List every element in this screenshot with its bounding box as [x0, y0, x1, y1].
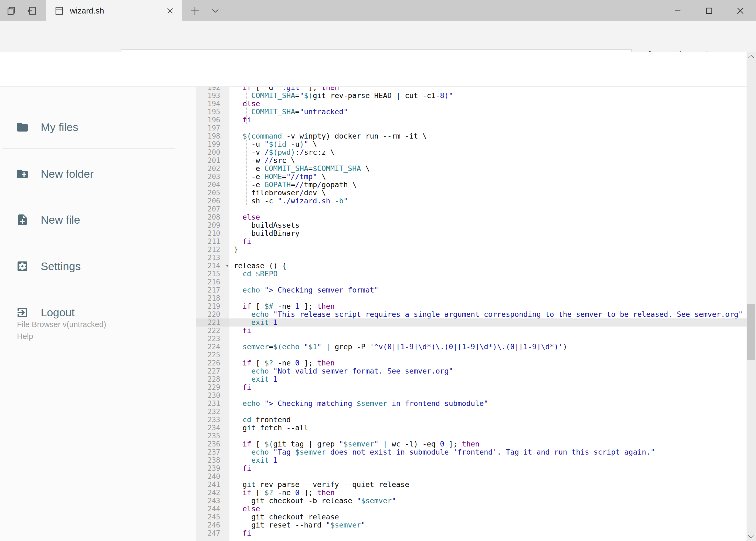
line-number: 238 — [196, 456, 229, 464]
line-number: 205 — [196, 189, 229, 197]
line-number: 234 — [196, 424, 229, 432]
scrollbar-thumb[interactable] — [747, 304, 755, 360]
line-number: 203 — [196, 173, 229, 181]
code-line[interactable]: echo "This release script requires a sin… — [229, 310, 747, 318]
line-number: 195 — [196, 108, 229, 116]
code-line[interactable] — [229, 294, 747, 302]
code-line[interactable]: exit 1 — [229, 318, 747, 326]
new-tab-icon[interactable] — [189, 5, 200, 16]
code-line[interactable]: if [ -d ".git" ]; then — [229, 87, 747, 92]
code-line[interactable]: buildBinary — [229, 229, 747, 238]
code-line[interactable]: filebrowser/dev \ — [229, 189, 747, 197]
line-number: 206 — [196, 197, 229, 205]
code-line[interactable]: -u "$(id -u)" \ — [229, 140, 747, 148]
code-line[interactable]: echo "> Checking semver format" — [229, 286, 747, 294]
code-line[interactable]: else — [229, 505, 747, 513]
code-line[interactable]: fi — [229, 116, 747, 124]
code-line[interactable]: -v /$(pwd):/src:z \ — [229, 148, 747, 156]
page-icon — [55, 7, 63, 15]
code-line[interactable]: git fetch --all — [229, 424, 747, 432]
help-link[interactable]: Help — [17, 330, 33, 342]
code-line[interactable]: fi — [229, 464, 747, 472]
browser-window: wizard.sh — [0, 0, 756, 541]
line-number: 204 — [196, 181, 229, 189]
code-line[interactable]: git reset --hard "$semver" — [229, 521, 747, 529]
code-line[interactable] — [229, 278, 747, 286]
sidebar-item-my-files[interactable]: My files — [0, 114, 189, 140]
code-line[interactable] — [229, 432, 747, 440]
code-line[interactable]: if [ $? -ne 0 ]; then — [229, 359, 747, 367]
code-line[interactable]: fi — [229, 529, 747, 537]
code-line[interactable]: echo "Not valid semver format. See semve… — [229, 367, 747, 375]
code-line[interactable]: $(command -v winpty) docker run --rm -it… — [229, 132, 747, 140]
scroll-down-icon[interactable] — [748, 534, 755, 539]
code-line[interactable] — [229, 351, 747, 359]
code-line[interactable] — [229, 407, 747, 416]
close-tab-icon[interactable] — [166, 7, 173, 14]
browser-tab[interactable]: wizard.sh — [46, 0, 182, 21]
code-line[interactable]: COMMIT_SHA="untracked" — [229, 108, 747, 116]
page-scrollbar[interactable] — [747, 52, 756, 541]
code-line[interactable]: if [ $? -ne 0 ]; then — [229, 489, 747, 497]
close-icon[interactable] — [728, 2, 753, 19]
line-number: 217 — [196, 286, 229, 294]
code-line[interactable] — [229, 472, 747, 480]
sidebar-item-new-file[interactable]: New file — [0, 207, 189, 233]
code-editor[interactable]: 1921931941951961971981992002012022032042… — [196, 87, 747, 541]
code-line[interactable]: } — [229, 246, 747, 254]
sidebar-item-label: Settings — [41, 260, 81, 273]
code-line[interactable]: cd $REPO — [229, 270, 747, 278]
line-number: 243 — [196, 497, 229, 505]
code-line[interactable]: fi — [229, 238, 747, 246]
line-number: 227 — [196, 367, 229, 375]
code-line[interactable]: fi — [229, 326, 747, 335]
code-line[interactable]: sh -c "./wizard.sh -b" — [229, 197, 747, 205]
code-line[interactable] — [229, 254, 747, 262]
code-line[interactable]: echo "Tag $semver does not exist in subm… — [229, 448, 747, 456]
maximize-icon[interactable] — [697, 2, 721, 19]
code-line[interactable]: if [ $# -ne 1 ]; then — [229, 302, 747, 310]
browser-tab-bar: wizard.sh — [0, 0, 756, 21]
code-line[interactable] — [229, 205, 747, 213]
code-line[interactable]: else — [229, 100, 747, 108]
code-line[interactable]: -w //src \ — [229, 156, 747, 165]
tab-preview-icon[interactable] — [27, 6, 37, 16]
app-header — [0, 52, 756, 87]
code-line[interactable] — [229, 335, 747, 343]
code-line[interactable]: semver=$(echo "$1" | grep -P '^v(0|[1-9]… — [229, 343, 747, 351]
sidebar-item-new-folder[interactable]: New folder — [0, 161, 189, 187]
code-line[interactable] — [229, 124, 747, 132]
fold-marker-icon[interactable]: ▾ — [226, 262, 228, 270]
code-line[interactable]: git checkout -b release "$semver" — [229, 497, 747, 505]
code-line[interactable]: if [ $(git tag | grep "$semver" | wc -l)… — [229, 440, 747, 448]
code-line[interactable]: release () { — [229, 262, 747, 270]
code-line[interactable]: exit 1 — [229, 375, 747, 383]
code-line[interactable]: -e HOME="//tmp" \ — [229, 173, 747, 181]
code-line[interactable]: echo "> Checking matching $semver in fro… — [229, 399, 747, 407]
line-number: 211 — [196, 238, 229, 246]
scroll-up-icon[interactable] — [748, 54, 755, 59]
code-line[interactable]: -e COMMIT_SHA=$COMMIT_SHA \ — [229, 165, 747, 173]
code-line[interactable]: git checkout release — [229, 513, 747, 521]
code-line[interactable]: buildAssets — [229, 221, 747, 229]
line-number: 237 — [196, 448, 229, 456]
code-line[interactable]: -e GOPATH=//tmp/gopath \ — [229, 181, 747, 189]
code-line[interactable]: exit 1 — [229, 456, 747, 464]
sidebar-divider — [2, 243, 175, 243]
minimize-icon[interactable] — [665, 2, 690, 19]
code-line[interactable] — [229, 391, 747, 399]
set-aside-tabs-icon[interactable] — [7, 6, 17, 16]
new-folder-icon — [16, 168, 29, 181]
code-line[interactable]: cd frontend — [229, 416, 747, 424]
line-number: 235 — [196, 432, 229, 440]
code-line[interactable]: COMMIT_SHA="$(git rev-parse HEAD | cut -… — [229, 92, 747, 100]
line-number: 221 — [196, 318, 229, 326]
tabs-menu-icon[interactable] — [211, 7, 219, 14]
sidebar-item-settings[interactable]: Settings — [0, 254, 189, 279]
code-line[interactable]: git rev-parse --verify --quiet release — [229, 480, 747, 489]
line-number: 246 — [196, 521, 229, 529]
code-line[interactable]: else — [229, 213, 747, 221]
line-number: 197 — [196, 124, 229, 132]
code-line[interactable]: fi — [229, 383, 747, 391]
new-file-icon — [16, 214, 29, 226]
